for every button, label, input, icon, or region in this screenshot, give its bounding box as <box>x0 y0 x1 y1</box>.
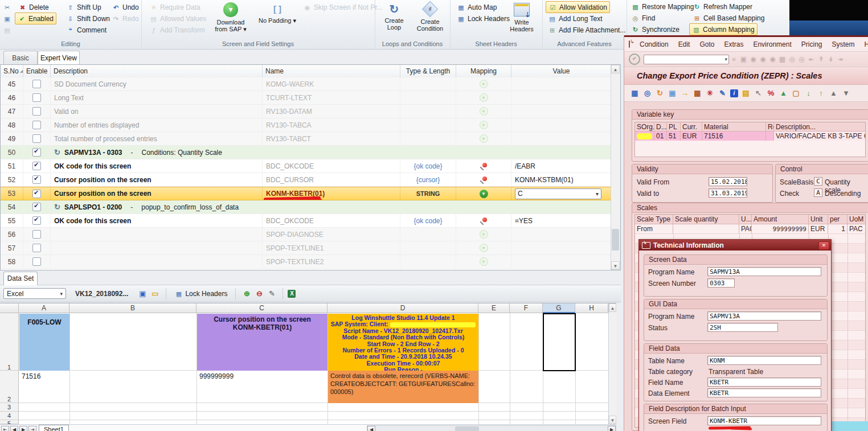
enable-checkbox[interactable] <box>32 244 41 252</box>
table-name-field[interactable]: KONM <box>707 356 821 365</box>
menu-item-system[interactable]: System <box>832 40 854 48</box>
cell-description[interactable]: VARIO/FACADE KB 3-TAPE 60MMx50 <box>774 132 865 141</box>
auto-map-button[interactable]: Auto Map <box>455 2 499 13</box>
mapper-row-55[interactable]: 55OK code for this screenBDC_OKCODE{ok c… <box>1 214 611 228</box>
last-page-icon[interactable]: ↠ <box>836 55 845 63</box>
menu-item-goto[interactable]: Goto <box>699 40 714 48</box>
scroll-left-icon[interactable]: ◀ <box>367 426 375 431</box>
cell-unit[interactable]: EUR <box>809 224 828 233</box>
cell-per[interactable]: 1 <box>828 224 847 233</box>
cut-icon[interactable] <box>3 3 11 11</box>
mapping-cell[interactable]: ▼ <box>456 255 511 268</box>
prev-page-icon[interactable]: ↟ <box>816 55 826 63</box>
export-icon[interactable]: ↑ <box>816 89 826 97</box>
sheet-vertical-scrollbar[interactable]: ▲ ▼ <box>608 303 617 424</box>
header-enable[interactable]: Enable <box>23 65 51 77</box>
next-page-icon[interactable]: ↡ <box>826 55 836 63</box>
mapping-cell[interactable]: ▼ <box>456 187 511 200</box>
enable-checkbox[interactable] <box>32 93 41 102</box>
enable-cell[interactable] <box>23 159 51 173</box>
column-mapping-button[interactable]: Column Mapping <box>689 23 758 35</box>
info-icon[interactable]: i <box>730 89 738 97</box>
column-header-f[interactable]: F <box>510 303 543 313</box>
cell-material[interactable]: 71516 <box>702 132 766 141</box>
open-folder-icon[interactable] <box>149 289 161 298</box>
cell-curr[interactable]: EUR <box>681 132 702 141</box>
goto-icon[interactable]: → <box>680 89 690 97</box>
screen-number-field[interactable]: 0303 <box>707 278 735 288</box>
cell-c2[interactable]: 999999999 <box>197 371 327 403</box>
no-padding-button[interactable]: No Padding ▾ <box>257 1 297 24</box>
header-description[interactable]: Description <box>51 65 263 77</box>
enable-checkbox[interactable] <box>32 257 41 266</box>
value-dropdown[interactable]: C▾ <box>515 188 601 199</box>
enable-checkbox[interactable] <box>32 203 41 211</box>
up-icon[interactable]: ▲ <box>829 89 838 97</box>
save-icon[interactable] <box>136 289 149 298</box>
command-field[interactable]: ▾ <box>644 55 729 64</box>
undo-button[interactable]: Undo <box>109 2 141 13</box>
column-header-g[interactable]: G <box>543 303 575 313</box>
scroll-up-icon[interactable]: ▲ <box>611 65 620 73</box>
mapper-row-56[interactable]: 56SPOP-DIAGNOSE▼ <box>1 228 611 241</box>
refresh-mapper-button[interactable]: Refresh Mapper <box>690 1 755 12</box>
clipboard-icon[interactable]: ▢ <box>791 89 801 97</box>
enable-checkbox[interactable] <box>32 121 41 129</box>
column-header-a[interactable]: A <box>19 303 69 313</box>
row-header-3[interactable]: 3 <box>0 403 19 412</box>
value-cell[interactable] <box>511 132 611 145</box>
scroll-right-icon[interactable]: ▶ <box>608 426 616 431</box>
sheet-horizontal-scrollbar[interactable]: ◀ ▶ <box>367 425 616 431</box>
nav-exit-icon[interactable]: ◉ <box>758 55 768 63</box>
shift-down-button[interactable]: Shift Down <box>64 13 112 24</box>
relations-icon[interactable]: ▤ <box>741 89 751 97</box>
mapper-row-54[interactable]: 54↻SAPLSPO1 - 0200-popup_to_confirm_loss… <box>1 200 611 214</box>
enable-cell[interactable] <box>23 132 51 145</box>
mapping-cell[interactable] <box>456 173 511 186</box>
cursor-icon[interactable]: ↖ <box>754 89 763 97</box>
mapping-cell[interactable]: ▼ <box>456 241 511 255</box>
gui-program-name-field[interactable]: SAPMV13A <box>707 311 821 321</box>
enable-cell[interactable] <box>23 228 51 241</box>
mapper-row-50[interactable]: 50↻SAPMV13A - 0303-Conditions: Quantity … <box>1 146 611 159</box>
new-entries-icon[interactable]: ✳ <box>705 89 715 97</box>
last-sheet-icon[interactable]: ⇥ <box>28 426 36 431</box>
menu-item-extras[interactable]: Extras <box>724 40 743 48</box>
back-icon[interactable]: « <box>729 55 739 63</box>
row-header-4[interactable]: 4 <box>0 412 19 420</box>
value-cell[interactable]: KONM-KSTBM(01) <box>511 173 611 186</box>
mapping-cell[interactable]: ▼ <box>456 228 511 241</box>
percent-icon[interactable]: % <box>766 89 776 97</box>
cell-d2[interactable]: Control data is obsolete, rerecord (VERB… <box>328 371 478 403</box>
enable-cell[interactable] <box>23 187 51 200</box>
column-header-b[interactable]: B <box>69 303 196 313</box>
mapping-cell[interactable] <box>456 214 511 227</box>
system-menu-icon[interactable] <box>629 40 630 48</box>
variable-key-data-row[interactable]: 01 51 EUR 71516 VARIO/FACADE KB 3-TAPE 6… <box>635 132 865 141</box>
shift-up-button[interactable]: Shift Up <box>64 2 104 13</box>
sheet-tab-sheet1[interactable]: Sheet1 <box>39 425 69 431</box>
enable-cell[interactable] <box>23 255 51 268</box>
tab-expert-view[interactable]: Expert View <box>38 51 80 65</box>
value-cell[interactable] <box>511 118 611 132</box>
write-headers-button[interactable]: Write Headers <box>505 1 539 32</box>
enable-cell[interactable] <box>23 105 51 118</box>
program-name-field[interactable]: SAPMV13A <box>707 267 821 276</box>
valid-to-field[interactable]: 31.03.2019 <box>709 188 747 198</box>
cell-pl[interactable]: 51 <box>667 132 681 141</box>
row-header-2[interactable]: 2 <box>0 371 19 403</box>
value-cell[interactable] <box>511 228 611 241</box>
dialog-title-bar[interactable]: Technical Information <box>639 240 831 251</box>
enable-checkbox[interactable] <box>32 134 41 143</box>
synchronize-button[interactable]: Synchronize <box>629 24 682 35</box>
cell-a2[interactable]: 71516 <box>19 371 69 403</box>
tab-data-set[interactable]: Data Set <box>3 272 38 285</box>
graphics-icon[interactable]: ▲ <box>779 89 788 97</box>
enabled-button[interactable]: Enabled <box>15 13 56 24</box>
enter-icon[interactable]: ✔ <box>629 54 640 65</box>
cell-sorg[interactable] <box>635 132 654 141</box>
mapper-row-47[interactable]: 47Valid onRV130-DATAM▼ <box>1 105 611 118</box>
enable-checkbox[interactable] <box>32 216 41 225</box>
lock-headers-button[interactable]: Lock Headers <box>171 288 231 300</box>
mapper-vertical-scrollbar[interactable]: ▲ ▼ <box>611 65 620 270</box>
